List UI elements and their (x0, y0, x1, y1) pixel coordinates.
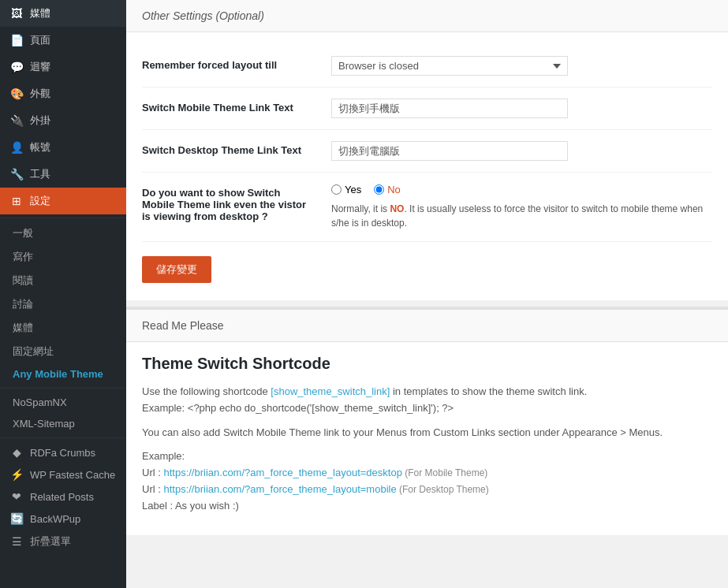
tools-icon: 🔧 (9, 168, 24, 180)
sidebar-item-media[interactable]: 🖼 媒體 (0, 0, 126, 27)
save-button[interactable]: 儲存變更 (142, 256, 211, 283)
sidebar-item-label: 設定 (30, 194, 50, 208)
remember-layout-label: Remember forced layout till (142, 56, 315, 71)
switch-desktop-control (331, 141, 712, 161)
comments-icon: 💬 (9, 61, 24, 73)
sidebar-xml-sitemap[interactable]: XML-Sitemap (0, 413, 126, 434)
sidebar-item-comments[interactable]: 💬 迴響 (0, 54, 126, 80)
sidebar-item-label: 頁面 (30, 33, 50, 47)
yes-label: Yes (345, 184, 361, 195)
sidebar-related-posts[interactable]: ❤ Related Posts (0, 486, 126, 508)
sidebar-rdfa-crumbs[interactable]: ◆ RDFa Crumbs (0, 441, 126, 463)
fold-icon: ☰ (9, 535, 24, 548)
save-row: 儲存變更 (142, 242, 712, 288)
sidebar-sub-writing[interactable]: 寫作 (0, 245, 126, 269)
yes-radio[interactable] (331, 184, 342, 195)
info-text: Normally, it is NO. It is usually useles… (331, 202, 712, 230)
sidebar-nospamnx[interactable]: NoSpamNX (0, 392, 126, 413)
readme-example1: Example: <?php echo do_shortcode('[show_… (142, 402, 454, 414)
no-label: No (387, 184, 401, 195)
show-mobile-link-control: Yes No Normally, it is NO. It is usually… (331, 184, 712, 230)
plugins-menu: NoSpamNX XML-Sitemap (0, 388, 126, 434)
switch-desktop-label: Switch Desktop Theme Link Text (142, 141, 315, 156)
backup-icon: 🔄 (9, 512, 24, 525)
related-icon: ❤ (9, 490, 24, 503)
readme-label: Label : As you wish :) (142, 500, 239, 512)
no-radio-label[interactable]: No (374, 184, 401, 195)
sidebar-item-plugins[interactable]: 🔌 外掛 (0, 107, 126, 134)
sidebar-item-tools[interactable]: 🔧 工具 (0, 161, 126, 188)
switch-mobile-label: Switch Mobile Theme Link Text (142, 99, 315, 114)
remember-layout-control: Browser is closedSession end1 hour1 day1… (331, 56, 712, 76)
readme-url1[interactable]: https://briian.com/?am_force_theme_layou… (163, 467, 401, 478)
readme-header: Read Me Please (126, 310, 728, 342)
readme-url2-suffix: (For Desktop Theme) (397, 484, 489, 495)
sidebar-item-appearance[interactable]: 🎨 外觀 (0, 80, 126, 107)
rdfa-icon: ◆ (9, 446, 24, 459)
appearance-icon: 🎨 (9, 87, 24, 100)
no-radio[interactable] (374, 184, 384, 195)
extra-plugins-menu: ◆ RDFa Crumbs ⚡ WP Fastest Cache ❤ Relat… (0, 437, 126, 553)
sidebar-item-label: 媒體 (30, 6, 50, 20)
readme-title: Theme Switch Shortcode (142, 355, 712, 373)
sidebar-item-pages[interactable]: 📄 頁面 (0, 27, 126, 54)
readme-url2-prefix: Url : (142, 483, 163, 495)
sidebar-plugin-label: RDFa Crumbs (30, 447, 95, 459)
switch-mobile-control (331, 99, 712, 118)
info-no: NO (390, 203, 404, 214)
media-icon: 🖼 (9, 7, 24, 20)
readme-url2[interactable]: https://briian.com/?am_force_theme_layou… (163, 483, 396, 495)
cache-icon: ⚡ (9, 468, 24, 481)
readme-para1-prefix: Use the following shortcode (142, 385, 271, 397)
sidebar-sub-discussion[interactable]: 討論 (0, 292, 126, 316)
sidebar-item-users[interactable]: 👤 帳號 (0, 134, 126, 161)
sidebar-sub-media[interactable]: 媒體 (0, 316, 126, 340)
settings-form: Remember forced layout till Browser is c… (126, 32, 728, 300)
sidebar-sub-permalinks[interactable]: 固定網址 (0, 340, 126, 363)
sidebar-plugin-label: WP Fastest Cache (30, 469, 115, 481)
sidebar-item-label: 工具 (30, 167, 50, 181)
main-content: Other Settings (Optional) Remember force… (126, 0, 728, 588)
switch-mobile-input[interactable] (331, 99, 568, 118)
info-text-1: Normally, it is (331, 203, 390, 214)
sidebar-item-label: 迴響 (30, 60, 50, 74)
sidebar-item-settings[interactable]: ⊞ 設定 (0, 188, 126, 214)
readme-shortcode-link[interactable]: [show_theme_switch_link] (271, 385, 390, 397)
readme-para1-suffix: in templates to show the theme switch li… (390, 385, 587, 397)
sidebar-sub-any-mobile-theme[interactable]: Any Mobile Theme (0, 363, 126, 385)
sidebar-backwpup[interactable]: 🔄 BackWPup (0, 508, 126, 530)
other-settings-section: Other Settings (Optional) Remember force… (126, 0, 728, 300)
readme-para2: You can also add Switch Mobile Theme lin… (142, 425, 712, 441)
settings-icon: ⊞ (9, 195, 24, 207)
plugins-icon: 🔌 (9, 114, 24, 127)
sidebar-item-label: 外掛 (30, 114, 50, 128)
remember-layout-row: Remember forced layout till Browser is c… (142, 45, 712, 87)
readme-para1: Use the following shortcode [show_theme_… (142, 384, 712, 417)
sidebar-item-label: 外觀 (30, 87, 50, 101)
sidebar-plugin-label: Related Posts (30, 491, 94, 503)
yes-no-radio-group: Yes No (331, 184, 712, 195)
show-mobile-link-row: Do you want to show Switch Mobile Theme … (142, 173, 712, 242)
sidebar-plugin-label: BackWPup (30, 513, 80, 525)
readme-example2: Example: Url : https://briian.com/?am_fo… (142, 448, 712, 514)
switch-desktop-input[interactable] (331, 141, 568, 161)
sidebar-sub-general[interactable]: 一般 (0, 221, 126, 245)
remember-layout-select[interactable]: Browser is closedSession end1 hour1 day1… (331, 56, 568, 76)
readme-body: Theme Switch Shortcode Use the following… (126, 342, 728, 535)
readme-url1-prefix: Url : (142, 467, 163, 478)
sidebar-fold-menu[interactable]: ☰ 折疊選單 (0, 530, 126, 553)
readme-section: Read Me Please Theme Switch Shortcode Us… (126, 307, 728, 535)
pages-icon: 📄 (9, 34, 24, 47)
readme-url1-suffix: (For Mobile Theme) (402, 467, 487, 478)
settings-submenu: 一般 寫作 閱讀 討論 媒體 固定網址 Any Mobile Theme (0, 218, 126, 385)
readme-example2-label: Example: (142, 450, 185, 462)
switch-mobile-row: Switch Mobile Theme Link Text (142, 87, 712, 130)
show-mobile-link-label: Do you want to show Switch Mobile Theme … (142, 184, 315, 222)
yes-radio-label[interactable]: Yes (331, 184, 361, 195)
sidebar-wp-fastest-cache[interactable]: ⚡ WP Fastest Cache (0, 463, 126, 486)
sidebar: 🖼 媒體 📄 頁面 💬 迴響 🎨 外觀 🔌 外掛 👤 帳號 🔧 工具 ⊞ 設定 … (0, 0, 126, 588)
sidebar-sub-reading[interactable]: 閱讀 (0, 269, 126, 292)
sidebar-plugin-label: 折疊選單 (30, 534, 71, 549)
sidebar-item-label: 帳號 (30, 140, 50, 154)
other-settings-header: Other Settings (Optional) (126, 0, 728, 32)
